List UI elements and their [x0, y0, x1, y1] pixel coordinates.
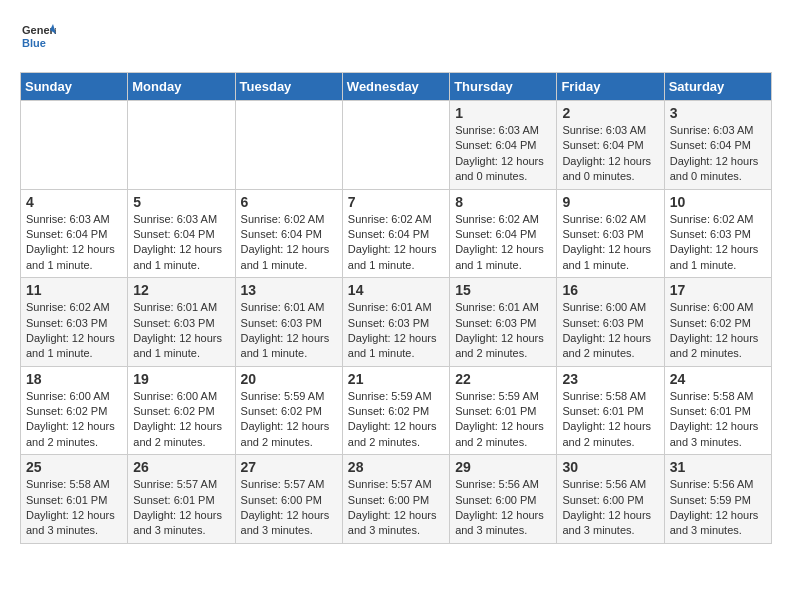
day-info: Sunrise: 6:02 AMSunset: 6:03 PMDaylight:…: [670, 213, 759, 271]
calendar-cell: 25Sunrise: 5:58 AMSunset: 6:01 PMDayligh…: [21, 455, 128, 544]
day-info: Sunrise: 6:01 AMSunset: 6:03 PMDaylight:…: [348, 301, 437, 359]
day-info: Sunrise: 6:00 AMSunset: 6:02 PMDaylight:…: [133, 390, 222, 448]
day-number: 31: [670, 459, 766, 475]
day-number: 4: [26, 194, 122, 210]
day-number: 9: [562, 194, 658, 210]
week-row-2: 4Sunrise: 6:03 AMSunset: 6:04 PMDaylight…: [21, 189, 772, 278]
day-info: Sunrise: 6:02 AMSunset: 6:04 PMDaylight:…: [348, 213, 437, 271]
week-row-3: 11Sunrise: 6:02 AMSunset: 6:03 PMDayligh…: [21, 278, 772, 367]
day-info: Sunrise: 5:58 AMSunset: 6:01 PMDaylight:…: [26, 478, 115, 536]
calendar-cell: 12Sunrise: 6:01 AMSunset: 6:03 PMDayligh…: [128, 278, 235, 367]
day-info: Sunrise: 6:01 AMSunset: 6:03 PMDaylight:…: [133, 301, 222, 359]
calendar-cell: 9Sunrise: 6:02 AMSunset: 6:03 PMDaylight…: [557, 189, 664, 278]
logo-svg: General Blue: [20, 20, 56, 56]
day-number: 12: [133, 282, 229, 298]
calendar-cell: 19Sunrise: 6:00 AMSunset: 6:02 PMDayligh…: [128, 366, 235, 455]
day-number: 14: [348, 282, 444, 298]
weekday-sunday: Sunday: [21, 73, 128, 101]
day-number: 10: [670, 194, 766, 210]
day-number: 17: [670, 282, 766, 298]
day-info: Sunrise: 5:59 AMSunset: 6:02 PMDaylight:…: [241, 390, 330, 448]
day-info: Sunrise: 6:03 AMSunset: 6:04 PMDaylight:…: [455, 124, 544, 182]
day-number: 22: [455, 371, 551, 387]
day-number: 1: [455, 105, 551, 121]
day-number: 6: [241, 194, 337, 210]
day-number: 27: [241, 459, 337, 475]
calendar-cell: 31Sunrise: 5:56 AMSunset: 5:59 PMDayligh…: [664, 455, 771, 544]
calendar-cell: 6Sunrise: 6:02 AMSunset: 6:04 PMDaylight…: [235, 189, 342, 278]
day-info: Sunrise: 5:59 AMSunset: 6:02 PMDaylight:…: [348, 390, 437, 448]
calendar-table: SundayMondayTuesdayWednesdayThursdayFrid…: [20, 72, 772, 544]
calendar-cell: 24Sunrise: 5:58 AMSunset: 6:01 PMDayligh…: [664, 366, 771, 455]
calendar-cell: 14Sunrise: 6:01 AMSunset: 6:03 PMDayligh…: [342, 278, 449, 367]
calendar-cell: 23Sunrise: 5:58 AMSunset: 6:01 PMDayligh…: [557, 366, 664, 455]
calendar-cell: 2Sunrise: 6:03 AMSunset: 6:04 PMDaylight…: [557, 101, 664, 190]
calendar-cell: 4Sunrise: 6:03 AMSunset: 6:04 PMDaylight…: [21, 189, 128, 278]
page-header: General Blue: [20, 20, 772, 56]
day-number: 21: [348, 371, 444, 387]
calendar-cell: 17Sunrise: 6:00 AMSunset: 6:02 PMDayligh…: [664, 278, 771, 367]
day-info: Sunrise: 5:58 AMSunset: 6:01 PMDaylight:…: [670, 390, 759, 448]
weekday-header-row: SundayMondayTuesdayWednesdayThursdayFrid…: [21, 73, 772, 101]
day-number: 29: [455, 459, 551, 475]
day-info: Sunrise: 6:02 AMSunset: 6:04 PMDaylight:…: [455, 213, 544, 271]
day-number: 19: [133, 371, 229, 387]
day-number: 15: [455, 282, 551, 298]
day-info: Sunrise: 6:02 AMSunset: 6:04 PMDaylight:…: [241, 213, 330, 271]
day-number: 20: [241, 371, 337, 387]
day-info: Sunrise: 6:00 AMSunset: 6:03 PMDaylight:…: [562, 301, 651, 359]
calendar-cell: 20Sunrise: 5:59 AMSunset: 6:02 PMDayligh…: [235, 366, 342, 455]
calendar-cell: 18Sunrise: 6:00 AMSunset: 6:02 PMDayligh…: [21, 366, 128, 455]
day-info: Sunrise: 6:03 AMSunset: 6:04 PMDaylight:…: [562, 124, 651, 182]
calendar-cell: 28Sunrise: 5:57 AMSunset: 6:00 PMDayligh…: [342, 455, 449, 544]
week-row-5: 25Sunrise: 5:58 AMSunset: 6:01 PMDayligh…: [21, 455, 772, 544]
day-info: Sunrise: 6:02 AMSunset: 6:03 PMDaylight:…: [562, 213, 651, 271]
svg-text:Blue: Blue: [22, 37, 46, 49]
calendar-cell: 27Sunrise: 5:57 AMSunset: 6:00 PMDayligh…: [235, 455, 342, 544]
day-number: 2: [562, 105, 658, 121]
calendar-cell: [235, 101, 342, 190]
day-info: Sunrise: 5:57 AMSunset: 6:01 PMDaylight:…: [133, 478, 222, 536]
calendar-cell: 11Sunrise: 6:02 AMSunset: 6:03 PMDayligh…: [21, 278, 128, 367]
day-number: 8: [455, 194, 551, 210]
calendar-cell: 13Sunrise: 6:01 AMSunset: 6:03 PMDayligh…: [235, 278, 342, 367]
weekday-saturday: Saturday: [664, 73, 771, 101]
week-row-4: 18Sunrise: 6:00 AMSunset: 6:02 PMDayligh…: [21, 366, 772, 455]
day-number: 24: [670, 371, 766, 387]
calendar-cell: 10Sunrise: 6:02 AMSunset: 6:03 PMDayligh…: [664, 189, 771, 278]
logo: General Blue: [20, 20, 56, 56]
calendar-cell: 1Sunrise: 6:03 AMSunset: 6:04 PMDaylight…: [450, 101, 557, 190]
calendar-cell: [128, 101, 235, 190]
weekday-wednesday: Wednesday: [342, 73, 449, 101]
day-info: Sunrise: 5:59 AMSunset: 6:01 PMDaylight:…: [455, 390, 544, 448]
day-info: Sunrise: 5:57 AMSunset: 6:00 PMDaylight:…: [241, 478, 330, 536]
calendar-cell: 26Sunrise: 5:57 AMSunset: 6:01 PMDayligh…: [128, 455, 235, 544]
day-number: 5: [133, 194, 229, 210]
day-info: Sunrise: 5:56 AMSunset: 5:59 PMDaylight:…: [670, 478, 759, 536]
calendar-cell: 22Sunrise: 5:59 AMSunset: 6:01 PMDayligh…: [450, 366, 557, 455]
day-info: Sunrise: 5:58 AMSunset: 6:01 PMDaylight:…: [562, 390, 651, 448]
day-info: Sunrise: 6:00 AMSunset: 6:02 PMDaylight:…: [26, 390, 115, 448]
weekday-friday: Friday: [557, 73, 664, 101]
day-number: 16: [562, 282, 658, 298]
calendar-cell: 29Sunrise: 5:56 AMSunset: 6:00 PMDayligh…: [450, 455, 557, 544]
week-row-1: 1Sunrise: 6:03 AMSunset: 6:04 PMDaylight…: [21, 101, 772, 190]
day-info: Sunrise: 5:56 AMSunset: 6:00 PMDaylight:…: [455, 478, 544, 536]
calendar-cell: 5Sunrise: 6:03 AMSunset: 6:04 PMDaylight…: [128, 189, 235, 278]
day-info: Sunrise: 6:01 AMSunset: 6:03 PMDaylight:…: [455, 301, 544, 359]
day-number: 3: [670, 105, 766, 121]
calendar-cell: 16Sunrise: 6:00 AMSunset: 6:03 PMDayligh…: [557, 278, 664, 367]
calendar-cell: 15Sunrise: 6:01 AMSunset: 6:03 PMDayligh…: [450, 278, 557, 367]
calendar-cell: [21, 101, 128, 190]
day-info: Sunrise: 6:01 AMSunset: 6:03 PMDaylight:…: [241, 301, 330, 359]
day-number: 30: [562, 459, 658, 475]
day-number: 23: [562, 371, 658, 387]
day-number: 7: [348, 194, 444, 210]
day-number: 25: [26, 459, 122, 475]
day-number: 13: [241, 282, 337, 298]
calendar-cell: 30Sunrise: 5:56 AMSunset: 6:00 PMDayligh…: [557, 455, 664, 544]
calendar-cell: 21Sunrise: 5:59 AMSunset: 6:02 PMDayligh…: [342, 366, 449, 455]
day-info: Sunrise: 6:00 AMSunset: 6:02 PMDaylight:…: [670, 301, 759, 359]
day-info: Sunrise: 6:03 AMSunset: 6:04 PMDaylight:…: [133, 213, 222, 271]
calendar-cell: 7Sunrise: 6:02 AMSunset: 6:04 PMDaylight…: [342, 189, 449, 278]
